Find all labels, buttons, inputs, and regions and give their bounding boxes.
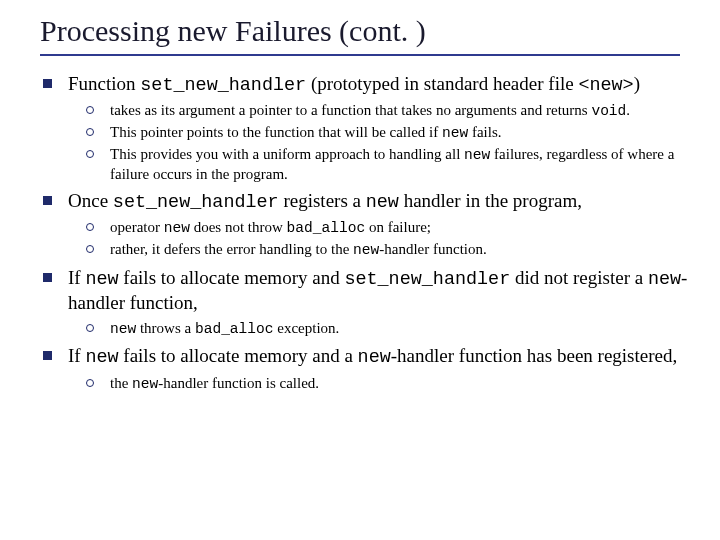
sub-bullet: takes as its argument a pointer to a fun… (68, 101, 690, 121)
text: does not throw (190, 219, 287, 235)
text: . (626, 102, 630, 118)
code: bad_alloc (195, 321, 274, 337)
sub-bullet: rather, it defers the error handling to … (68, 240, 690, 260)
sub-list: takes as its argument a pointer to a fun… (68, 101, 690, 183)
bullet-list: Function set_new_handler (prototyped in … (40, 72, 690, 394)
code: set_new_handler (344, 269, 510, 290)
text: takes as its argument a pointer to a fun… (110, 102, 591, 118)
sub-bullet: the new-handler function is called. (68, 374, 690, 394)
sub-list: the new-handler function is called. (68, 374, 690, 394)
text: fails. (468, 124, 501, 140)
sub-bullet: This pointer points to the function that… (68, 123, 690, 143)
text: exception. (274, 320, 340, 336)
sub-bullet: operator new does not throw bad_alloc on… (68, 218, 690, 238)
slide-title: Processing new Failures (cont. ) (40, 14, 690, 50)
text: ) (634, 73, 640, 94)
text: If (68, 267, 85, 288)
code: <new> (578, 75, 633, 96)
text: If (68, 345, 85, 366)
text: handler in the program, (399, 190, 582, 211)
sub-bullet: This provides you with a uniform approac… (68, 145, 690, 183)
code: new (110, 321, 136, 337)
slide: Processing new Failures (cont. ) Functio… (0, 0, 720, 540)
text: on failure; (365, 219, 431, 235)
code: new (85, 269, 118, 290)
text: did not register a (510, 267, 648, 288)
sub-list: new throws a bad_alloc exception. (68, 319, 690, 339)
bullet-4: If new fails to allocate memory and a ne… (40, 344, 690, 393)
code: bad_alloc (287, 220, 366, 236)
text: fails to allocate memory and a (119, 345, 358, 366)
text: operator (110, 219, 164, 235)
code: new (353, 242, 379, 258)
text: throws a (136, 320, 195, 336)
text: registers a (279, 190, 366, 211)
text: -handler function. (379, 241, 486, 257)
code: set_new_handler (113, 192, 279, 213)
text: the (110, 375, 132, 391)
code: new (132, 376, 158, 392)
code: new (442, 125, 468, 141)
bullet-1: Function set_new_handler (prototyped in … (40, 72, 690, 183)
text: This provides you with a uniform approac… (110, 146, 464, 162)
title-rule (40, 54, 680, 56)
text: -handler function has been registered, (391, 345, 677, 366)
code: new (358, 347, 391, 368)
text: This pointer points to the function that… (110, 124, 442, 140)
bullet-2: Once set_new_handler registers a new han… (40, 189, 690, 260)
code: void (591, 103, 626, 119)
code: new (366, 192, 399, 213)
sub-bullet: new throws a bad_alloc exception. (68, 319, 690, 339)
code: new (648, 269, 681, 290)
code: new (164, 220, 190, 236)
sub-list: operator new does not throw bad_alloc on… (68, 218, 690, 259)
code: set_new_handler (140, 75, 306, 96)
text: rather, it defers the error handling to … (110, 241, 353, 257)
bullet-3: If new fails to allocate memory and set_… (40, 266, 690, 338)
text: Function (68, 73, 140, 94)
text: (prototyped in standard header file (306, 73, 578, 94)
text: fails to allocate memory and (119, 267, 345, 288)
code: new (464, 147, 490, 163)
code: new (85, 347, 118, 368)
text: -handler function is called. (158, 375, 319, 391)
text: Once (68, 190, 113, 211)
